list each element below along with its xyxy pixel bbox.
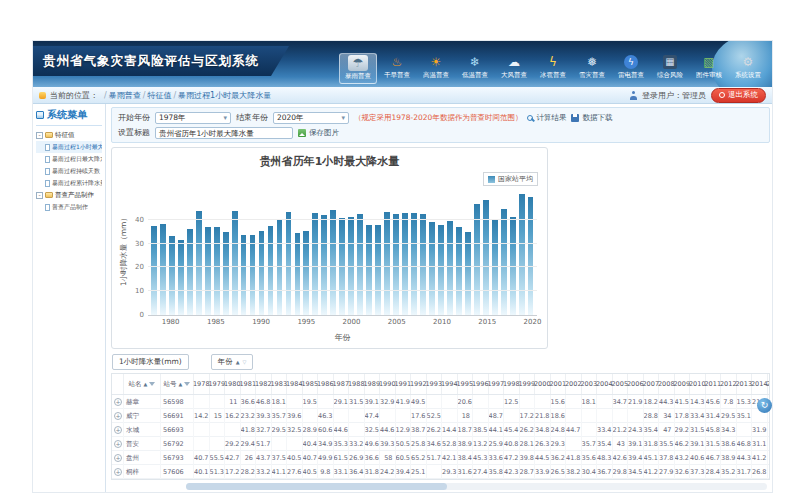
nav-item-settings[interactable]: ⚙系统设置 <box>729 53 767 84</box>
tree-node[interactable]: -普查产品制作 <box>36 189 102 201</box>
year-header[interactable]: 1992 <box>411 374 427 394</box>
expand-row-icon[interactable]: + <box>114 454 122 462</box>
expand-row-icon[interactable]: + <box>114 440 122 448</box>
year-header[interactable]: 2008 <box>659 374 675 394</box>
collapse-icon[interactable]: - <box>36 192 43 199</box>
year-header[interactable]: 1987 <box>334 374 350 394</box>
menu-icon <box>36 111 44 119</box>
refresh-float-button[interactable]: ↻ <box>757 398 772 413</box>
start-year-select[interactable]: 1978年 ▾ <box>155 112 231 124</box>
year-header[interactable]: 1980 <box>225 374 241 394</box>
breadcrumb-link[interactable]: 暴雨过程1小时最大降水量 <box>178 91 271 100</box>
year-header[interactable]: 2001 <box>551 374 567 394</box>
breadcrumb-link[interactable]: 暴雨普查 <box>109 91 141 100</box>
sidebar-item-page[interactable]: 暴雨过程持续天数 <box>36 165 102 177</box>
value-cell: 34.5 <box>628 465 644 479</box>
sidebar-item-page[interactable]: 普查产品制作 <box>36 201 102 213</box>
sidebar-item-current[interactable]: 暴雨过程1小时最大降水量 <box>36 141 102 153</box>
year-header[interactable]: 1984 <box>287 374 303 394</box>
year-header[interactable]: 2002 <box>566 374 582 394</box>
expand-row-icon[interactable]: + <box>114 426 122 434</box>
year-header[interactable]: 1999 <box>520 374 536 394</box>
value-cell: 39.3 <box>380 437 396 451</box>
collapse-icon[interactable]: - <box>36 132 43 139</box>
filter-funnel-icon[interactable] <box>184 382 190 386</box>
year-header[interactable]: 1986 <box>318 374 334 394</box>
year-header[interactable]: 2006 <box>628 374 644 394</box>
year-header[interactable]: 1991 <box>396 374 412 394</box>
scrollbar-thumb[interactable] <box>186 483 447 490</box>
filter-row-2: 设置标题 贵州省历年1小时最大降水量 保存图片 <box>118 125 763 140</box>
bar-1989 <box>250 235 256 316</box>
station-name-cell: 赫章 <box>124 395 161 409</box>
value-cell: 17.8 <box>675 409 691 423</box>
value-cell: 32.5 <box>287 423 303 437</box>
year-header[interactable]: 1979 <box>210 374 226 394</box>
expand-row-icon[interactable]: + <box>114 468 122 476</box>
year-header[interactable]: 1989 <box>365 374 381 394</box>
end-year-select[interactable]: 2020年 ▾ <box>273 112 349 124</box>
logout-button[interactable]: 退出系统 <box>711 88 766 103</box>
nav-item-map-review[interactable]: ▧图件审核 <box>690 53 728 84</box>
value-cell: 40.4 <box>303 437 319 451</box>
year-header[interactable]: 2015 <box>768 374 771 394</box>
year-header[interactable]: 2014 <box>752 374 768 394</box>
nav-item-lightning[interactable]: ϟ雷电普查 <box>612 53 650 84</box>
row-expand-cell: + <box>112 451 124 465</box>
breadcrumb-link[interactable]: 特征值 <box>147 91 171 100</box>
year-header[interactable]: 1982 <box>256 374 272 394</box>
filter-funnel-icon[interactable] <box>149 382 155 386</box>
chart-legend[interactable]: 国家站平均 <box>483 172 538 186</box>
year-header[interactable]: 2010 <box>690 374 706 394</box>
nav-item-low-temp[interactable]: ❄低温普查 <box>456 53 494 84</box>
station-name-header[interactable]: 站名▲ <box>124 374 161 394</box>
sidebar-item-page[interactable]: 暴雨过程日最大降水量 <box>36 153 102 165</box>
year-header[interactable]: 2004 <box>597 374 613 394</box>
horizontal-scrollbar[interactable] <box>186 483 767 490</box>
year-header[interactable]: 2009 <box>675 374 691 394</box>
station-id-header[interactable]: 站号▲ <box>161 374 194 394</box>
year-header[interactable]: 1983 <box>272 374 288 394</box>
nav-item-snow[interactable]: ❅雪灾普查 <box>573 53 611 84</box>
sidebar-item-page[interactable]: 暴雨过程累计降水量 <box>36 177 102 189</box>
year-header[interactable]: 2007 <box>644 374 660 394</box>
year-header[interactable]: 2003 <box>582 374 598 394</box>
save-image-button[interactable]: 保存图片 <box>298 128 339 138</box>
year-header[interactable]: 1981 <box>241 374 257 394</box>
year-header[interactable]: 2005 <box>613 374 629 394</box>
year-header[interactable]: 2013 <box>737 374 753 394</box>
measure-chip[interactable]: 1小时降水量(mm) <box>112 354 189 370</box>
data-download-button[interactable]: 数据下载 <box>571 113 612 123</box>
year-header[interactable]: 1978 <box>194 374 210 394</box>
tree-node[interactable]: -特征值 <box>36 129 102 141</box>
nav-item-hail[interactable]: ϟ冰雹普查 <box>534 53 572 84</box>
expand-row-icon[interactable]: + <box>114 398 122 406</box>
sort-asc-icon[interactable]: ▲ <box>179 381 183 387</box>
chart-title-input[interactable]: 贵州省历年1小时最大降水量 <box>155 127 293 139</box>
sort-asc-icon[interactable]: ▲ <box>236 359 240 365</box>
year-header[interactable]: 2012 <box>721 374 737 394</box>
sidebar-title: 系统菜单 <box>36 108 102 126</box>
year-header[interactable]: 1990 <box>380 374 396 394</box>
year-header[interactable]: 1998 <box>504 374 520 394</box>
sort-desc-icon[interactable]: ▽ <box>243 359 247 365</box>
year-header[interactable]: 1988 <box>349 374 365 394</box>
nav-item-high-temp[interactable]: ☀高温普查 <box>417 53 455 84</box>
bar-1994 <box>295 233 301 315</box>
year-header[interactable]: 1994 <box>442 374 458 394</box>
nav-item-risk-calculator[interactable]: ▦综合风险 <box>651 53 689 84</box>
year-header[interactable]: 1995 <box>458 374 474 394</box>
year-header[interactable]: 1996 <box>473 374 489 394</box>
year-header[interactable]: 2000 <box>535 374 551 394</box>
column-field-chip[interactable]: 年份 ▲ ▽ <box>211 354 254 370</box>
year-header[interactable]: 1997 <box>489 374 505 394</box>
nav-item-rainstorm[interactable]: ☂暴雨普查 <box>339 53 377 84</box>
calc-result-button[interactable]: 计算结果 <box>527 113 566 123</box>
sort-asc-icon[interactable]: ▲ <box>144 381 148 387</box>
year-header[interactable]: 2011 <box>706 374 722 394</box>
nav-item-drought[interactable]: ♨干旱普查 <box>378 53 416 84</box>
expand-row-icon[interactable]: + <box>114 412 122 420</box>
nav-item-wind[interactable]: ☁大风普查 <box>495 53 533 84</box>
year-header[interactable]: 1993 <box>427 374 443 394</box>
year-header[interactable]: 1985 <box>303 374 319 394</box>
